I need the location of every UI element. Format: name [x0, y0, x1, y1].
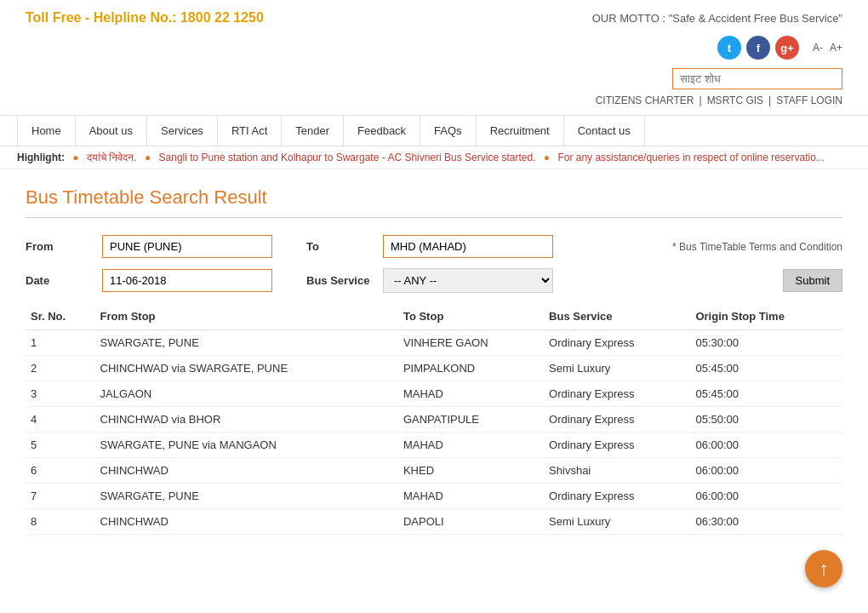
- table-cell-from: CHINCHWAD: [95, 458, 398, 484]
- to-input[interactable]: [383, 235, 553, 258]
- twitter-icon[interactable]: t: [717, 36, 741, 60]
- date-label: Date: [26, 274, 94, 287]
- table-cell-time: 06:00:00: [690, 458, 842, 484]
- font-decrease-button[interactable]: A-: [813, 42, 823, 54]
- date-input[interactable]: [102, 269, 272, 292]
- table-row: 5SWARGATE, PUNE via MANGAONMAHADOrdinary…: [26, 433, 842, 458]
- submit-col: Submit: [783, 269, 842, 292]
- from-label: From: [26, 240, 94, 253]
- bus-service-col: Bus Service -- ANY --OrdinarySemi Luxury…: [306, 268, 553, 293]
- sep2: |: [768, 95, 771, 106]
- table-cell-service: Shivshai: [544, 458, 690, 484]
- submit-button[interactable]: Submit: [783, 269, 842, 292]
- bus-service-select[interactable]: -- ANY --OrdinarySemi LuxuryLuxuryShivne…: [383, 268, 553, 293]
- nav-recruitment-link[interactable]: Recruitment: [477, 116, 564, 146]
- table-cell-service: Ordinary Express: [544, 381, 690, 407]
- table-cell-sr: 8: [26, 509, 95, 535]
- nav-about-link[interactable]: About us: [76, 116, 147, 146]
- table-row: 6CHINCHWADKHEDShivshai06:00:00: [26, 458, 842, 484]
- form-row-1: From To * Bus TimeTable Terms and Condit…: [26, 235, 842, 258]
- font-increase-button[interactable]: A+: [830, 42, 842, 54]
- table-cell-sr: 1: [26, 330, 95, 356]
- helpline: Toll Free - Helpline No.: 1800 22 1250: [26, 10, 264, 26]
- table-row: 1SWARGATE, PUNEVINHERE GAONOrdinary Expr…: [26, 330, 842, 356]
- table-cell-time: 05:45:00: [690, 356, 842, 381]
- top-links-row: CITIZENS CHARTER | MSRTC GIS | STAFF LOG…: [0, 95, 868, 115]
- table-cell-time: 05:30:00: [690, 330, 842, 356]
- gplus-icon[interactable]: g+: [775, 36, 799, 60]
- highlight-label: Highlight:: [17, 152, 65, 163]
- search-row: [0, 68, 868, 95]
- table-cell-from: SWARGATE, PUNE: [95, 330, 398, 356]
- social-row: t f g+ A- A+: [717, 36, 842, 60]
- table-cell-to: GANPATIPULE: [398, 407, 544, 433]
- table-cell-to: MAHAD: [398, 484, 544, 509]
- highlight-text3: For any assistance/queries in respect of…: [557, 152, 825, 163]
- nav-tender-link[interactable]: Tender: [282, 116, 344, 146]
- table-cell-from: SWARGATE, PUNE: [95, 484, 398, 509]
- search-form: From To * Bus TimeTable Terms and Condit…: [26, 235, 842, 293]
- table-cell-time: 06:00:00: [690, 484, 842, 509]
- table-cell-time: 06:30:00: [690, 509, 842, 535]
- table-header: Sr. No.: [26, 303, 95, 330]
- table-cell-sr: 3: [26, 381, 95, 407]
- site-search-input[interactable]: [672, 68, 842, 89]
- table-cell-to: VINHERE GAON: [398, 330, 544, 356]
- table-cell-to: PIMPALKOND: [398, 356, 544, 381]
- table-cell-service: Semi Luxury: [544, 356, 690, 381]
- sep1: |: [700, 95, 702, 106]
- table-row: 3JALGAONMAHADOrdinary Express05:45:00: [26, 381, 842, 407]
- nav-contact-link[interactable]: Contact us: [564, 116, 645, 146]
- form-row-2: Date Bus Service -- ANY --OrdinarySemi L…: [26, 268, 842, 293]
- section-divider: [26, 217, 842, 218]
- table-header: From Stop: [95, 303, 398, 330]
- to-col: To: [306, 235, 553, 258]
- table-cell-to: KHED: [398, 458, 544, 484]
- nav-faqs-link[interactable]: FAQs: [420, 116, 477, 146]
- top-bar: Toll Free - Helpline No.: 1800 22 1250 O…: [0, 0, 868, 36]
- table-cell-service: Ordinary Express: [544, 330, 690, 356]
- terms-link[interactable]: * Bus TimeTable Terms and Condition: [672, 241, 842, 253]
- page-title: Bus Timetable Search Result: [26, 186, 842, 209]
- nav-home-link[interactable]: Home: [17, 116, 76, 146]
- table-cell-time: 05:45:00: [690, 381, 842, 407]
- table-header: Bus Service: [544, 303, 690, 330]
- msrtc-gis-link[interactable]: MSRTC GIS: [707, 95, 763, 106]
- highlight-text1: दयांचे निवेदन.: [87, 152, 137, 163]
- main-nav: HomeAbout usServicesRTI ActTenderFeedbac…: [0, 115, 868, 146]
- table-cell-time: 06:00:00: [690, 433, 842, 458]
- top-right-section: t f g+ A- A+: [0, 36, 868, 68]
- table-cell-sr: 6: [26, 458, 95, 484]
- table-cell-from: SWARGATE, PUNE via MANGAON: [95, 433, 398, 458]
- table-header: Origin Stop Time: [690, 303, 842, 330]
- main-content: Bus Timetable Search Result From To * Bu…: [0, 169, 868, 552]
- table-cell-from: JALGAON: [95, 381, 398, 407]
- citizens-charter-link[interactable]: CITIZENS CHARTER: [596, 95, 694, 106]
- table-cell-to: MAHAD: [398, 433, 544, 458]
- from-col: From: [26, 235, 272, 258]
- nav-feedback-link[interactable]: Feedback: [344, 116, 420, 146]
- results-table: Sr. No.From StopTo StopBus ServiceOrigin…: [26, 303, 842, 535]
- table-cell-service: Ordinary Express: [544, 407, 690, 433]
- highlight-bar: Highlight: ● दयांचे निवेदन. ● Sangli to …: [0, 146, 868, 169]
- to-label: To: [306, 240, 374, 253]
- table-header: To Stop: [398, 303, 544, 330]
- nav-services-link[interactable]: Services: [147, 116, 218, 146]
- font-size-controls: A- A+: [813, 42, 842, 54]
- table-cell-from: CHINCHWAD via BHOR: [95, 407, 398, 433]
- highlight-text2: Sangli to Pune station and Kolhapur to S…: [159, 152, 536, 163]
- from-input[interactable]: [102, 235, 272, 258]
- date-col: Date: [26, 269, 272, 292]
- table-cell-from: CHINCHWAD: [95, 509, 398, 535]
- nav-rti-link[interactable]: RTI Act: [218, 116, 282, 146]
- table-cell-service: Ordinary Express: [544, 484, 690, 509]
- bus-service-label: Bus Service: [306, 274, 374, 287]
- table-row: 7SWARGATE, PUNEMAHADOrdinary Express06:0…: [26, 484, 842, 509]
- table-cell-service: Semi Luxury: [544, 509, 690, 535]
- table-row: 8CHINCHWADDAPOLISemi Luxury06:30:00: [26, 509, 842, 535]
- table-cell-time: 05:50:00: [690, 407, 842, 433]
- table-row: 2CHINCHWAD via SWARGATE, PUNEPIMPALKONDS…: [26, 356, 842, 381]
- staff-login-link[interactable]: STAFF LOGIN: [776, 95, 842, 106]
- table-cell-sr: 5: [26, 433, 95, 458]
- facebook-icon[interactable]: f: [746, 36, 770, 60]
